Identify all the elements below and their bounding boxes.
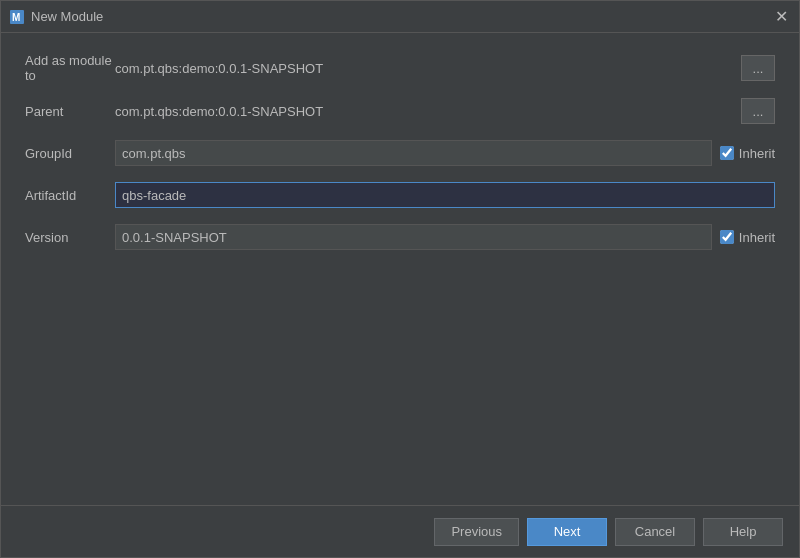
groupid-group (115, 140, 712, 166)
dialog-footer: Previous Next Cancel Help (1, 505, 799, 557)
version-input[interactable] (115, 224, 712, 250)
artifactid-row: ArtifactId (25, 181, 775, 209)
dialog: M New Module ✕ Add as module to com.pt.q… (0, 0, 800, 558)
help-button[interactable]: Help (703, 518, 783, 546)
artifactid-label: ArtifactId (25, 188, 115, 203)
artifactid-input[interactable] (115, 182, 775, 208)
add-as-module-group: com.pt.qbs:demo:0.0.1-SNAPSHOT (115, 61, 741, 76)
artifactid-group (115, 182, 775, 208)
svg-text:M: M (12, 12, 20, 23)
groupid-inherit-group: Inherit (720, 146, 775, 161)
version-inherit-label: Inherit (739, 230, 775, 245)
previous-button[interactable]: Previous (434, 518, 519, 546)
parent-group: com.pt.qbs:demo:0.0.1-SNAPSHOT (115, 104, 741, 119)
dialog-title: New Module (31, 9, 771, 24)
groupid-inherit-checkbox[interactable] (720, 146, 734, 160)
parent-value: com.pt.qbs:demo:0.0.1-SNAPSHOT (115, 104, 741, 119)
parent-label: Parent (25, 104, 115, 119)
title-bar: M New Module ✕ (1, 1, 799, 33)
module-icon: M (9, 9, 25, 25)
version-row: Version Inherit (25, 223, 775, 251)
version-inherit-group: Inherit (720, 230, 775, 245)
groupid-row: GroupId Inherit (25, 139, 775, 167)
groupid-inherit-label: Inherit (739, 146, 775, 161)
add-as-module-browse-button[interactable]: ... (741, 55, 775, 81)
form-content: Add as module to com.pt.qbs:demo:0.0.1-S… (1, 33, 799, 505)
cancel-button[interactable]: Cancel (615, 518, 695, 546)
add-as-module-label: Add as module to (25, 53, 115, 83)
add-as-module-row: Add as module to com.pt.qbs:demo:0.0.1-S… (25, 53, 775, 83)
version-group (115, 224, 712, 250)
version-inherit-checkbox[interactable] (720, 230, 734, 244)
version-label: Version (25, 230, 115, 245)
next-button[interactable]: Next (527, 518, 607, 546)
parent-row: Parent com.pt.qbs:demo:0.0.1-SNAPSHOT ..… (25, 97, 775, 125)
groupid-label: GroupId (25, 146, 115, 161)
add-as-module-value: com.pt.qbs:demo:0.0.1-SNAPSHOT (115, 61, 741, 76)
parent-browse-button[interactable]: ... (741, 98, 775, 124)
close-button[interactable]: ✕ (771, 7, 791, 27)
groupid-input[interactable] (115, 140, 712, 166)
